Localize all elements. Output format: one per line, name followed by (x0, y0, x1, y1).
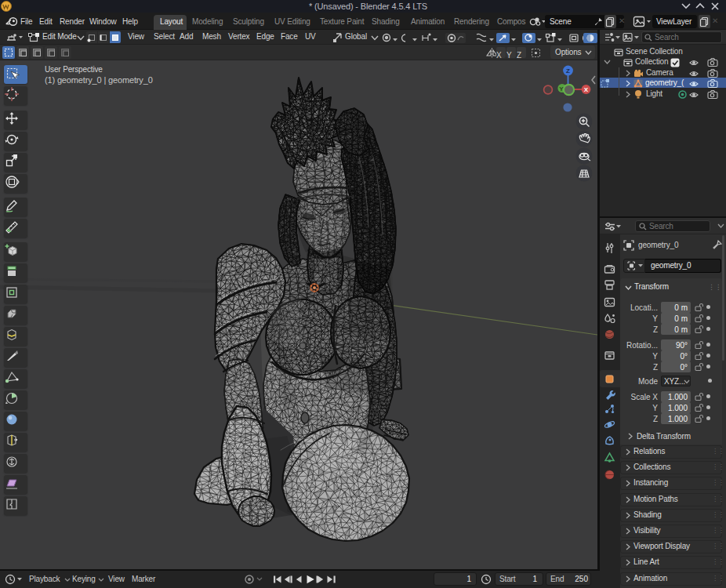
svg-text:X: X (584, 86, 589, 93)
svg-text:Y: Y (559, 85, 564, 93)
svg-text:Z: Z (566, 67, 570, 74)
